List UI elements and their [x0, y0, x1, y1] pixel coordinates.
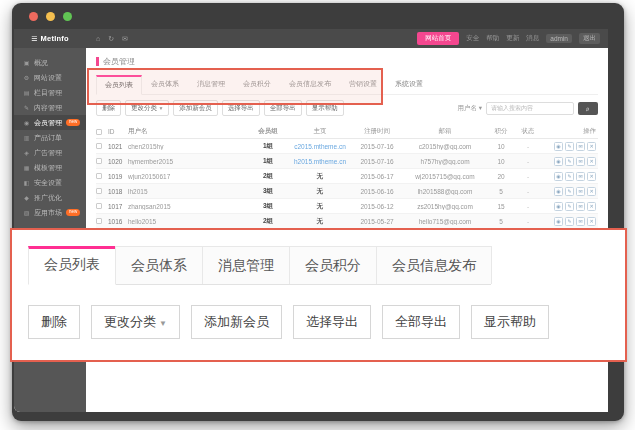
delete-icon[interactable]: ✕ [587, 202, 596, 211]
delete-icon[interactable]: ✕ [587, 172, 596, 181]
sidebar-item-会员管理[interactable]: ◉会员管理new [14, 115, 86, 130]
table-row: 1017zhangsan20153组无2015-06-12zs2015hy@qq… [96, 199, 598, 214]
view-icon[interactable]: ◉ [554, 187, 563, 196]
cell-home: 无 [288, 187, 352, 196]
mail-icon[interactable]: ✉ [576, 157, 585, 166]
callout-button-显示帮助[interactable]: 显示帮助 [471, 305, 549, 339]
search-button[interactable]: ⌕ [578, 102, 598, 115]
sidebar-item-栏目管理[interactable]: ▤栏目管理 [14, 85, 86, 100]
callout-tab-会员体系[interactable]: 会员体系 [115, 246, 203, 284]
tab-系统设置[interactable]: 系统设置 [386, 75, 432, 94]
view-icon[interactable]: ◉ [554, 217, 563, 226]
zoom-window-button[interactable] [63, 12, 72, 21]
callout-tab-会员信息发布[interactable]: 会员信息发布 [376, 246, 492, 284]
callout-button-全部导出[interactable]: 全部导出 [382, 305, 460, 339]
search-input[interactable] [486, 102, 574, 115]
column-header-操作: 操作 [542, 127, 598, 136]
minimize-window-button[interactable] [46, 12, 55, 21]
sidebar-item-应用市场[interactable]: ▨应用市场new [14, 205, 86, 220]
delete-icon[interactable]: ✕ [587, 217, 596, 226]
callout-tab-会员列表[interactable]: 会员列表 [28, 246, 116, 285]
column-header-积分: 积分 [488, 127, 514, 136]
sidebar-item-内容管理[interactable]: ✎内容管理 [14, 100, 86, 115]
mail-icon[interactable]: ✉ [576, 202, 585, 211]
edit-icon[interactable]: ✎ [565, 202, 574, 211]
row-checkbox[interactable] [96, 143, 102, 149]
sidebar-item-广告管理[interactable]: ◈广告管理 [14, 145, 86, 160]
edit-icon[interactable]: ✎ [565, 172, 574, 181]
zoom-callout: 会员列表会员体系消息管理会员积分会员信息发布 删除更改分类▼添加新会员选择导出全… [10, 228, 627, 362]
delete-icon[interactable]: ✕ [587, 157, 596, 166]
view-icon[interactable]: ◉ [554, 172, 563, 181]
cell-home[interactable]: c2015.mtheme.cn [288, 143, 352, 150]
sidebar-item-label: 广告管理 [34, 148, 62, 158]
cell-id: 1017 [108, 203, 128, 210]
topbar-item-帮助[interactable]: 帮助 [486, 34, 499, 43]
store-icon: ▨ [23, 209, 30, 216]
sidebar-item-推广优化[interactable]: ◆推广优化 [14, 190, 86, 205]
view-icon[interactable]: ◉ [554, 142, 563, 151]
page-title-row: 会员管理 [96, 56, 598, 67]
row-checkbox[interactable] [96, 188, 102, 194]
refresh-icon[interactable]: ↻ [108, 35, 114, 43]
edit-icon[interactable]: ✎ [565, 157, 574, 166]
callout-tab-会员积分[interactable]: 会员积分 [289, 246, 377, 284]
delete-icon[interactable]: ✕ [587, 142, 596, 151]
row-checkbox[interactable] [96, 158, 102, 164]
cell-user: hello2015 [128, 218, 248, 225]
shield-icon: ◧ [23, 179, 30, 186]
sidebar-item-安全设置[interactable]: ◧安全设置 [14, 175, 86, 190]
home-icon[interactable]: ⌂ [96, 35, 100, 43]
callout-button-添加新会员[interactable]: 添加新会员 [191, 305, 282, 339]
callout-button-删除[interactable]: 删除 [28, 305, 80, 339]
topbar-right: 网站首页 安全帮助更新消息admin退出 [417, 32, 608, 45]
window-titlebar [12, 3, 624, 29]
app-logo[interactable]: ☰ MetInfo [14, 29, 86, 48]
topbar-item-更新[interactable]: 更新 [506, 34, 519, 43]
edit-icon[interactable]: ✎ [565, 217, 574, 226]
gear-icon: ⚙ [23, 74, 30, 81]
sidebar-item-label: 应用市场 [34, 208, 62, 218]
mail-icon[interactable]: ✉ [576, 187, 585, 196]
message-icon[interactable]: ✉ [122, 35, 128, 43]
edit-icon[interactable]: ✎ [565, 142, 574, 151]
cell-home[interactable]: h2015.mtheme.cn [288, 158, 352, 165]
delete-icon[interactable]: ✕ [587, 187, 596, 196]
column-header-用户名: 用户名 [128, 127, 248, 136]
select-all-checkbox[interactable] [96, 129, 102, 135]
header-checkbox-cell [96, 129, 108, 135]
row-checkbox[interactable] [96, 218, 102, 224]
mail-icon[interactable]: ✉ [576, 142, 585, 151]
topbar-item-安全[interactable]: 安全 [466, 34, 479, 43]
cell-pts: 10 [488, 143, 514, 150]
sidebar-item-产品订单[interactable]: ▥产品订单 [14, 130, 86, 145]
view-icon[interactable]: ◉ [554, 157, 563, 166]
topbar-item-退出[interactable]: 退出 [579, 33, 600, 44]
mail-icon[interactable]: ✉ [576, 172, 585, 181]
topbar-item-admin[interactable]: admin [546, 34, 572, 43]
search-field-select[interactable]: 用户名 ▾ [457, 104, 482, 113]
row-checkbox[interactable] [96, 203, 102, 209]
callout-tab-消息管理[interactable]: 消息管理 [202, 246, 290, 284]
callout-button-更改分类[interactable]: 更改分类▼ [91, 305, 180, 339]
edit-icon[interactable]: ✎ [565, 187, 574, 196]
mail-icon[interactable]: ✉ [576, 217, 585, 226]
site-home-button[interactable]: 网站首页 [417, 32, 459, 45]
callout-button-选择导出[interactable]: 选择导出 [293, 305, 371, 339]
cell-reg: 2015-06-17 [352, 173, 402, 180]
topbar-item-消息[interactable]: 消息 [526, 34, 539, 43]
row-actions: ◉✎✉✕ [542, 202, 598, 211]
table-row: 1016hello20152组无2015-05-27hello715@qq.co… [96, 214, 598, 229]
view-icon[interactable]: ◉ [554, 202, 563, 211]
sidebar-item-label: 网站设置 [34, 73, 62, 83]
cell-id: 1016 [108, 218, 128, 225]
sidebar-item-模板管理[interactable]: ▦模板管理 [14, 160, 86, 175]
table-row: 1018lh20153组无2015-06-16lh201588@qq.com5-… [96, 184, 598, 199]
row-actions: ◉✎✉✕ [542, 217, 598, 226]
close-window-button[interactable] [29, 12, 38, 21]
sidebar-item-网站设置[interactable]: ⚙网站设置 [14, 70, 86, 85]
megaphone-icon: ◈ [23, 149, 30, 156]
cart-icon: ▥ [23, 134, 30, 141]
sidebar-item-概况[interactable]: ▣概况 [14, 55, 86, 70]
row-checkbox[interactable] [96, 173, 102, 179]
